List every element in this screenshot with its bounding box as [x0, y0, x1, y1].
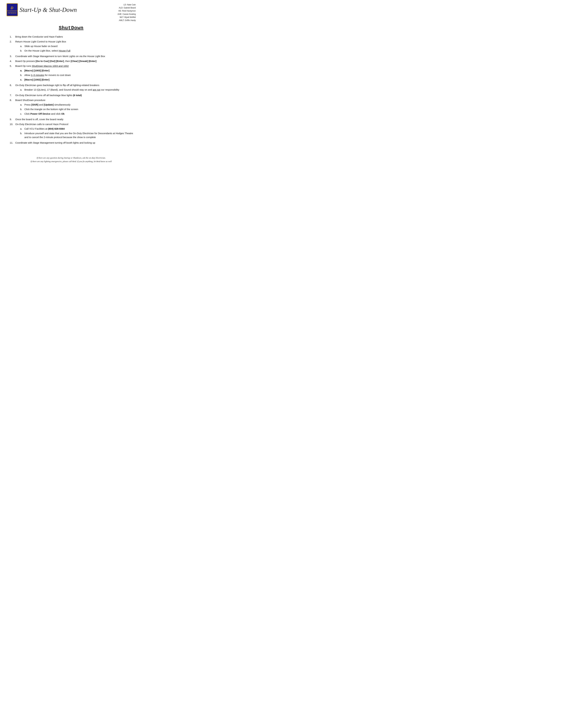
list-item-4: Board Op presses [Go to Cue] [Out] [Ente… [10, 59, 136, 63]
sub-content-2a: Slide up House fader on board [24, 44, 136, 48]
credit-mlt: MLT: Wyatt Moffett [118, 16, 136, 19]
sub-item-5c: c. [Macro] [1002] [Enter] [20, 78, 136, 82]
sub-content-5c: [Macro] [1002] [Enter] [24, 78, 136, 82]
main-list: Bring down the Conductor and Haze Faders… [7, 35, 136, 145]
logo-descendants-text: DESCENDANTS [6, 10, 18, 12]
macros-text: ShutDown Macros 1003 and 1002 [32, 65, 69, 67]
logo-badge: D DESCENDANTS THE MUSICAL [7, 3, 18, 16]
sub-content-10b: Introduce yourself and state that you ar… [24, 131, 136, 139]
item4-bold2: [Clear] [Sneak] [Enter] [71, 60, 96, 62]
sub-content-5a: [Macro] [1003] [Enter] [24, 69, 136, 73]
item4-bold1: [Go to Cue] [Out] [Enter] [36, 60, 64, 62]
sub-label-2a: a. [20, 44, 23, 48]
sub-label-10a: a. [20, 127, 23, 131]
list-item-10-content: On-Duty Electrician calls to cancel Haze… [15, 122, 136, 140]
list-item-10: On-Duty Electrician calls to cancel Haze… [10, 122, 136, 140]
list-item-4-content: Board Op presses [Go to Cue] [Out] [Ente… [15, 59, 136, 63]
sub-content-5b: Allow 2–5 minutes for movers to cool dow… [24, 73, 136, 77]
footer: If there are any question during Startup… [7, 154, 136, 163]
list-item-3-content: Coordinate with Stage Management to turn… [15, 54, 136, 58]
credits-block: LD: Nate Cain ALD: Gabriel Beard HE: Rei… [118, 3, 136, 22]
list-item-7-text: On-Duty Electrician turns off all backst… [15, 94, 82, 97]
list-item-1-content: Bring down the Conductor and Haze Faders [15, 35, 136, 39]
list-item-8-content: Board ShutDown procedure a. Press [Shift… [15, 98, 136, 116]
update-text: [Update] [44, 103, 54, 106]
sub-content-8c: Click Power Off Device and click Ok [24, 112, 136, 116]
sub-item-2b: b. On the House Light Box, select House … [20, 49, 136, 53]
sub-list-6: a. Breaker 13 (QLites), 17 (Band), and S… [15, 88, 136, 92]
minutes-text: 2–5 minutes [31, 74, 44, 76]
sub-content-8a: Press [Shift] and [Update] simultaneousl… [24, 103, 136, 107]
sub-item-10b: b. Introduce yourself and state that you… [20, 131, 136, 139]
phone-text: (804) 828-9364 [48, 127, 65, 130]
list-item-11: Coordinate with Stage Management turning… [10, 141, 136, 145]
list-item-4-text: Board Op presses [Go to Cue] [Out] [Ente… [15, 60, 96, 62]
list-item-10-text: On-Duty Electrician calls to cancel Haze… [15, 123, 68, 126]
list-item-11-text: Coordinate with Stage Management turning… [15, 141, 95, 144]
list-item-5-content: Board Op runs ShutDown Macros 1003 and 1… [15, 64, 136, 82]
list-item-7-content: On-Duty Electrician turns off all backst… [15, 93, 136, 97]
list-item-5-text: Board Op runs ShutDown Macros 1003 and 1… [15, 65, 69, 67]
list-item-7: On-Duty Electrician turns off all backst… [10, 93, 136, 97]
power-off-text: Power Off Device [30, 112, 50, 115]
list-item-2-content: Return House Light Control to House Ligh… [15, 40, 136, 53]
credit-ald: ALD: Gabriel Beard [118, 6, 136, 9]
script-title: Start-Up & Shut-Down [20, 6, 77, 13]
sub-label-8b: b. [20, 107, 23, 111]
sub-content-2b: On the House Light Box, select House Ful… [24, 49, 136, 53]
sub-label-10b: b. [20, 131, 23, 135]
sub-content-10a: Call VCU Facilities at (804) 828-9364 [24, 127, 136, 131]
list-item-9-text: Once the board is off, cover the board n… [15, 118, 63, 121]
ok-text: Ok [61, 112, 65, 115]
sub-item-8c: c. Click Power Off Device and click Ok [20, 112, 136, 116]
sub-content-6a: Breaker 13 (QLites), 17 (Band), and Soun… [24, 88, 136, 92]
sub-label-8a: a. [20, 103, 23, 107]
sub-list-2: a. Slide up House fader on board b. On t… [15, 44, 136, 53]
sub-label-5b: b. [20, 73, 23, 77]
house-full-text: House Full [59, 49, 70, 52]
main-content: Bring down the Conductor and Haze Faders… [7, 35, 136, 145]
sub-item-5b: b. Allow 2–5 minutes for movers to cool … [20, 73, 136, 77]
list-item-6: On-Duty Electrician goes backstage right… [10, 83, 136, 92]
sub-item-5a: a. [Macro] [1003] [Enter] [20, 69, 136, 73]
sub-item-2a: a. Slide up House fader on board [20, 44, 136, 48]
footer-line-1: If there are any question during Startup… [7, 156, 136, 160]
credit-amlt: AMLT: Griffin Hardy [118, 19, 136, 22]
sub-label-2b: b. [20, 49, 23, 53]
list-item-6-text: On-Duty Electrician goes backstage right… [15, 84, 99, 87]
list-item-2-text: Return House Light Control to House Ligh… [15, 40, 66, 43]
list-item-3-text: Coordinate with Stage Management to turn… [15, 55, 105, 58]
list-item-3: Coordinate with Stage Management to turn… [10, 54, 136, 58]
list-item-11-content: Coordinate with Stage Management turning… [15, 141, 136, 145]
credit-ld: LD: Nate Cain [118, 3, 136, 6]
page-title: ShutDown [7, 25, 136, 31]
list-item-5: Board Op runs ShutDown Macros 1003 and 1… [10, 64, 136, 82]
sub-list-5: a. [Macro] [1003] [Enter] b. Allow 2–5 m… [15, 69, 136, 82]
sub-label-8c: c. [20, 112, 23, 116]
sub-list-10: a. Call VCU Facilities at (804) 828-9364… [15, 127, 136, 139]
sub-label-5a: a. [20, 69, 23, 73]
footer-line-2: If there are any lighting emergencies, p… [7, 160, 136, 163]
header-left: D DESCENDANTS THE MUSICAL Start-Up & Shu… [7, 3, 77, 16]
list-item-9-content: Once the board is off, cover the board n… [15, 117, 136, 121]
logo-musical-text: THE MUSICAL [8, 12, 16, 14]
credit-ahe: AHE: Cassie Keating [118, 13, 136, 16]
list-item-6-content: On-Duty Electrician goes backstage right… [15, 83, 136, 92]
sub-item-6a: a. Breaker 13 (QLites), 17 (Band), and S… [20, 88, 136, 92]
logo-d-letter: D [11, 6, 14, 10]
sub-list-8: a. Press [Shift] and [Update] simultaneo… [15, 103, 136, 116]
page-header: D DESCENDANTS THE MUSICAL Start-Up & Shu… [7, 3, 136, 22]
are-not-text: are not [93, 88, 100, 91]
list-item-2: Return House Light Control to House Ligh… [10, 40, 136, 53]
shift-text: [Shift] [31, 103, 38, 106]
list-item-1-text: Bring down the Conductor and Haze Faders [15, 35, 63, 38]
credit-he: HE: Reid Hardymon [118, 9, 136, 13]
sub-label-5c: c. [20, 78, 23, 82]
item7-bold: (6 total) [73, 94, 82, 97]
list-item-1: Bring down the Conductor and Haze Faders [10, 35, 136, 39]
sub-item-8b: b. Click the triangle on the bottom righ… [20, 107, 136, 111]
sub-content-8b: Click the triangle on the bottom right o… [24, 107, 136, 111]
sub-item-10a: a. Call VCU Facilities at (804) 828-9364 [20, 127, 136, 131]
list-item-8-text: Board ShutDown procedure [15, 99, 45, 101]
list-item-9: Once the board is off, cover the board n… [10, 117, 136, 121]
